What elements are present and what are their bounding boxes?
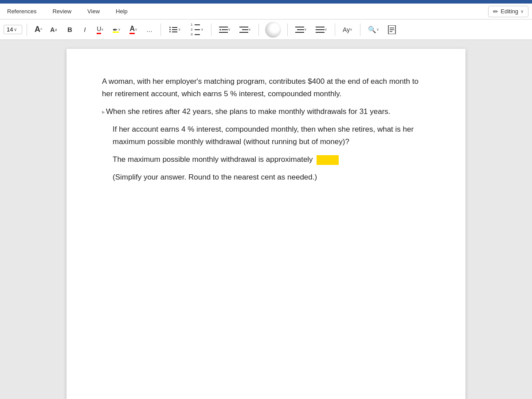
underline-button[interactable]: U ∨: [94, 23, 107, 36]
more-dots-label: …: [146, 26, 153, 33]
numbered-list-button[interactable]: 1 2 3 ∨: [187, 23, 207, 36]
font-grow-button[interactable]: A ^: [31, 23, 45, 36]
numbered-chevron[interactable]: ∨: [201, 27, 203, 31]
underline-icon: U: [97, 25, 101, 34]
search-chevron[interactable]: ∨: [376, 27, 379, 31]
paragraph-2-text: When she retires after 42 years, she pla…: [106, 107, 391, 116]
paragraph-4-prefix: The maximum possible monthly withdrawal …: [113, 155, 313, 164]
font-grow-icon: A: [35, 25, 40, 34]
search-button[interactable]: 🔍 ∨: [365, 23, 382, 36]
font-color-chevron[interactable]: ∨: [135, 27, 137, 31]
underline-label: U: [97, 25, 101, 34]
separator-7: [360, 23, 360, 36]
indent-decrease-icon: [219, 26, 228, 34]
paragraph-indent-icon: [295, 26, 304, 34]
bold-label: B: [67, 26, 72, 33]
search-icon: 🔍: [368, 26, 376, 34]
numbered-list-icon: 1 2 3: [190, 22, 201, 37]
font-size-dropdown[interactable]: ∨: [14, 27, 17, 32]
separator-6: [335, 23, 335, 36]
font-resize-group: A ^ A ∨: [31, 23, 61, 36]
bullet-list-icon: [168, 26, 178, 33]
font-color-icon: A: [129, 25, 135, 34]
bullet-chevron[interactable]: ∨: [178, 27, 181, 31]
indent-decrease-button[interactable]: ∨: [216, 23, 234, 36]
font-size-group: 14 ∨: [4, 25, 22, 34]
font-size-value: 14: [7, 26, 13, 33]
align-button[interactable]: ∨: [313, 23, 330, 36]
editing-chevron: ∨: [520, 9, 524, 14]
separator-3: [211, 23, 211, 36]
separator-4: [258, 23, 259, 36]
paragraph-1-text: A woman, with her employer's matching pr…: [102, 77, 419, 98]
paragraph-3: If her account earns 4 % interest, compo…: [102, 123, 430, 148]
answer-input-box[interactable]: [317, 155, 339, 165]
menu-help[interactable]: Help: [112, 5, 131, 17]
align-chevron[interactable]: ∨: [325, 27, 327, 31]
indent-decrease-chevron[interactable]: ∨: [228, 27, 231, 31]
italic-label: I: [84, 26, 86, 33]
align-icon: [316, 26, 325, 34]
document-icon-button[interactable]: [385, 23, 399, 36]
separator-5: [287, 23, 288, 36]
paragraph-indent-chevron[interactable]: ∨: [304, 27, 307, 31]
indent-increase-chevron[interactable]: ∨: [248, 27, 251, 31]
bold-button[interactable]: B: [63, 23, 76, 36]
font-color-button[interactable]: A ∨: [126, 23, 141, 36]
menu-view[interactable]: View: [84, 5, 103, 17]
paragraph-3-text: If her account earns 4 % interest, compo…: [113, 125, 414, 146]
font-shrink-button[interactable]: A ∨: [47, 23, 61, 36]
document-page[interactable]: A woman, with her employer's matching pr…: [66, 49, 466, 399]
italic-button[interactable]: I: [78, 23, 91, 36]
font-size-box[interactable]: 14 ∨: [4, 25, 22, 34]
menu-bar: References Review View Help ✏ Editing ∨: [0, 4, 532, 20]
menu-review[interactable]: Review: [49, 5, 75, 17]
highlight-button[interactable]: ✒ ∨: [110, 23, 124, 36]
paragraph-5: (Simplify your answer. Round to the near…: [102, 171, 430, 184]
editing-label: Editing: [501, 8, 518, 15]
underline-chevron[interactable]: ∨: [101, 27, 104, 31]
paragraph-2: When she retires after 42 years, she pla…: [102, 106, 430, 118]
editing-button[interactable]: ✏ Editing ∨: [488, 6, 528, 17]
cursor-indicator: [102, 106, 106, 118]
paragraph-1: A woman, with her employer's matching pr…: [102, 75, 430, 100]
paragraph-5-text: (Simplify your answer. Round to the near…: [113, 173, 317, 181]
pencil-icon: ✏: [493, 8, 498, 15]
content-area: A woman, with her employer's matching pr…: [0, 40, 532, 399]
circle-decoration: [265, 22, 281, 38]
paragraph-4: The maximum possible monthly withdrawal …: [102, 153, 430, 166]
style-label: Ay: [343, 26, 350, 33]
document-icon: [388, 25, 396, 34]
indent-increase-button[interactable]: ∨: [236, 23, 254, 36]
ribbon-bar: [0, 0, 532, 4]
separator-1: [27, 23, 27, 36]
highlight-icon: ✒: [113, 26, 118, 33]
indent-increase-icon: [239, 26, 248, 34]
style-chevron[interactable]: ∨: [350, 27, 352, 31]
separator-2: [160, 23, 161, 36]
document-text: A woman, with her employer's matching pr…: [102, 75, 430, 184]
toolbar: 14 ∨ A ^ A ∨ B I U ∨ ✒ ∨: [0, 20, 532, 40]
style-button[interactable]: Ay ∨: [340, 23, 356, 36]
more-options-button[interactable]: …: [143, 23, 156, 36]
font-shrink-icon: A: [50, 26, 55, 33]
paragraph-indent-button[interactable]: ∨: [292, 23, 310, 36]
bullet-list-button[interactable]: ∨: [165, 23, 184, 36]
menu-references[interactable]: References: [4, 5, 40, 17]
